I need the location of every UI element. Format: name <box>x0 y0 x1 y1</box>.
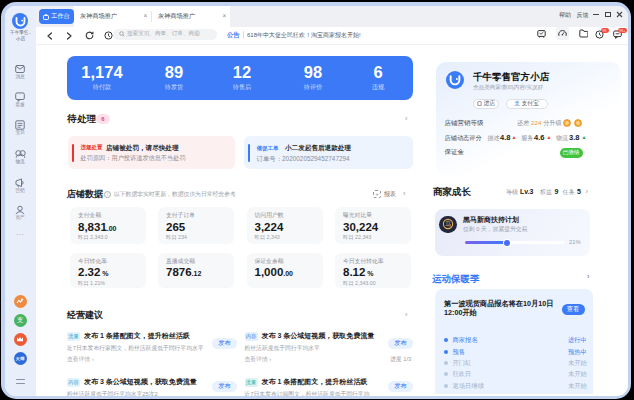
svg-text:马: 马 <box>445 221 451 227</box>
